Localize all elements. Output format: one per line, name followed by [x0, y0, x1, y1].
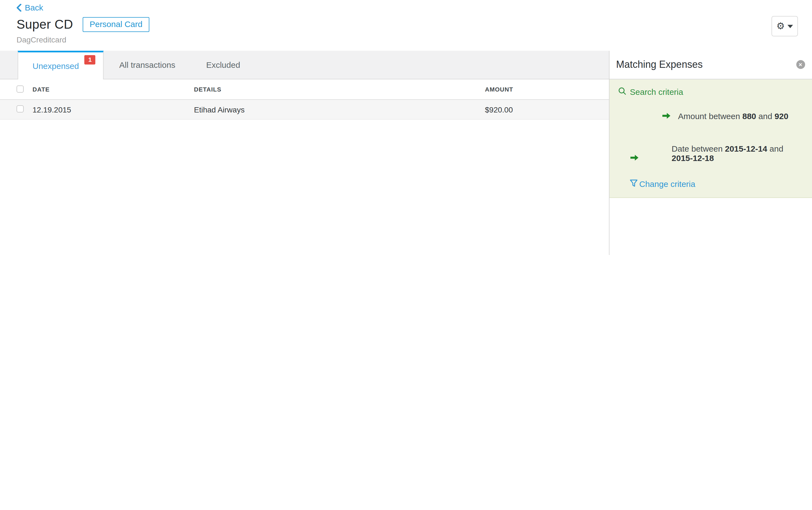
tab-unexpensed-label: Unexpensed [32, 61, 79, 70]
filter-icon [630, 179, 638, 189]
gear-icon: ⚙ [777, 22, 785, 31]
panel-header: Matching Expenses × [609, 51, 812, 79]
table-header: DATE DETAILS AMOUNT [0, 79, 609, 100]
search-icon [618, 87, 626, 96]
page-header: Back Super CD Personal Card DagCreditcar… [0, 0, 812, 51]
card-subtitle: DagCreditcard [17, 35, 66, 44]
column-header-details: DETAILS [194, 86, 485, 93]
transaction-details: Etihad Airways [194, 105, 485, 114]
content-area: Unexpensed 1 All transactions Excluded D… [0, 51, 812, 255]
select-all-checkbox[interactable] [17, 85, 24, 92]
transaction-date: 12.19.2015 [32, 105, 194, 114]
arrow-right-icon [630, 135, 665, 172]
settings-dropdown-button[interactable]: ⚙ [772, 16, 798, 36]
page-title: Super CD [17, 17, 73, 32]
app-window: Back Super CD Personal Card DagCreditcar… [0, 0, 812, 255]
column-header-amount: AMOUNT [485, 86, 609, 93]
matching-expenses-panel: Matching Expenses × Search criteria Amou… [609, 51, 812, 255]
transactions-section: Unexpensed 1 All transactions Excluded D… [0, 51, 609, 255]
tab-unexpensed[interactable]: Unexpensed 1 [18, 51, 104, 79]
tab-all-transactions[interactable]: All transactions [104, 51, 191, 79]
search-criteria-label: Search criteria [630, 87, 683, 96]
criteria-list: Amount between 880 and 920 Date between … [630, 102, 803, 172]
back-label: Back [25, 3, 43, 12]
search-criteria-box: Search criteria Amount between 880 and 9… [609, 79, 812, 198]
tab-excluded[interactable]: Excluded [191, 51, 255, 79]
panel-title: Matching Expenses [616, 51, 702, 79]
back-link[interactable]: Back [17, 3, 43, 12]
tab-bar: Unexpensed 1 All transactions Excluded [0, 51, 609, 79]
close-icon[interactable]: × [796, 60, 805, 69]
change-criteria-link[interactable]: Change criteria [630, 179, 803, 189]
search-criteria-heading: Search criteria [618, 87, 803, 96]
column-header-date: DATE [32, 86, 194, 93]
transaction-amount: $920.00 [485, 105, 609, 114]
criteria-item-amount: Amount between 880 and 920 [630, 102, 803, 130]
caret-down-icon [787, 25, 793, 28]
chevron-left-icon [17, 4, 22, 11]
tab-all-transactions-label: All transactions [119, 60, 175, 69]
change-criteria-label: Change criteria [639, 179, 695, 189]
criteria-item-date: Date between 2015-12-14 and 2015-12-18 [630, 135, 803, 172]
table-row[interactable]: 12.19.2015 Etihad Airways $920.00 [0, 100, 609, 120]
select-row-checkbox[interactable] [17, 105, 24, 112]
arrow-right-icon [630, 102, 671, 130]
title-row: Super CD Personal Card [17, 17, 150, 32]
unexpensed-count-badge: 1 [84, 55, 95, 64]
empty-state: There are no expenses matching the selec… [609, 198, 812, 255]
tab-excluded-label: Excluded [206, 60, 240, 69]
card-type-badge: Personal Card [82, 17, 150, 32]
